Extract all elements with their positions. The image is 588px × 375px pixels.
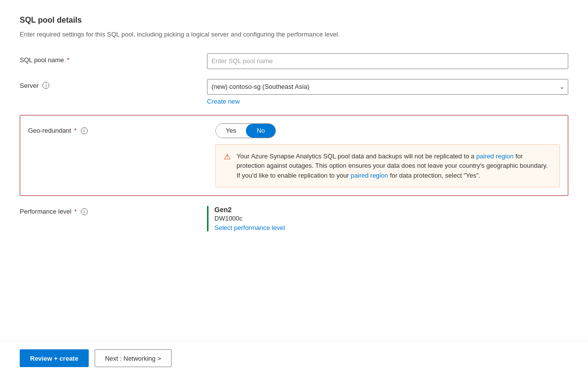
geo-redundant-section: Geo-redundant * i Yes No ⚠ Your Azure Sy… bbox=[20, 115, 568, 196]
server-dropdown-container: (new) contoso-sg (Southeast Asia) ⌄ bbox=[207, 79, 568, 95]
warning-triangle-icon: ⚠ bbox=[224, 152, 231, 181]
section-description: Enter required settings for this SQL poo… bbox=[20, 30, 568, 39]
server-row: Server i (new) contoso-sg (Southeast Asi… bbox=[20, 79, 568, 105]
paired-region-link-2[interactable]: paired region bbox=[351, 172, 388, 179]
section-title: SQL pool details bbox=[20, 16, 568, 25]
create-new-link[interactable]: Create new bbox=[207, 98, 240, 105]
performance-gen-label: Gen2 bbox=[214, 206, 285, 214]
server-info-icon[interactable]: i bbox=[42, 82, 49, 89]
sql-pool-name-label: SQL pool name * bbox=[20, 53, 207, 64]
sql-pool-name-field bbox=[207, 53, 568, 69]
next-networking-button[interactable]: Next : Networking > bbox=[95, 349, 172, 367]
geo-warning-text: Your Azure Synapse Analytics SQL pool da… bbox=[237, 151, 552, 181]
sql-pool-name-input[interactable] bbox=[207, 53, 568, 69]
geo-redundant-label: Geo-redundant * i bbox=[28, 127, 215, 134]
geo-warning-box: ⚠ Your Azure Synapse Analytics SQL pool … bbox=[215, 144, 560, 188]
required-star: * bbox=[67, 56, 69, 64]
paired-region-link-1[interactable]: paired region bbox=[476, 152, 514, 160]
footer: Review + create Next : Networking > bbox=[0, 341, 588, 375]
geo-redundant-row: Geo-redundant * i Yes No bbox=[28, 123, 560, 138]
review-create-button[interactable]: Review + create bbox=[20, 349, 89, 367]
perf-info-icon[interactable]: i bbox=[81, 208, 88, 215]
performance-level-row: Performance level * i Gen2 DW1000c Selec… bbox=[20, 206, 568, 231]
server-label: Server i bbox=[20, 79, 207, 89]
sql-pool-name-row: SQL pool name * bbox=[20, 53, 568, 69]
toggle-no[interactable]: No bbox=[246, 124, 276, 138]
performance-dw-label: DW1000c bbox=[214, 215, 285, 222]
performance-bar-indicator bbox=[207, 206, 208, 231]
geo-info-icon[interactable]: i bbox=[81, 127, 88, 134]
server-field: (new) contoso-sg (Southeast Asia) ⌄ Crea… bbox=[207, 79, 568, 105]
geo-redundant-toggle[interactable]: Yes No bbox=[215, 123, 276, 138]
select-performance-level-link[interactable]: Select performance level bbox=[214, 224, 285, 231]
server-dropdown[interactable]: (new) contoso-sg (Southeast Asia) bbox=[207, 79, 568, 95]
toggle-yes[interactable]: Yes bbox=[216, 124, 246, 138]
performance-content: Gen2 DW1000c Select performance level bbox=[214, 206, 285, 231]
performance-level-field: Gen2 DW1000c Select performance level bbox=[207, 206, 568, 231]
performance-level-label: Performance level * i bbox=[20, 206, 207, 215]
geo-required-star: * bbox=[74, 127, 76, 134]
perf-required-star: * bbox=[74, 208, 77, 215]
